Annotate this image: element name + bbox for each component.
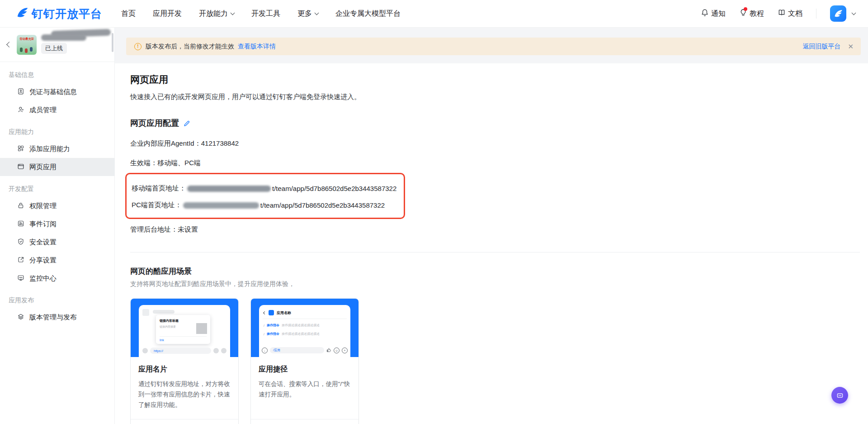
back-icon[interactable]	[6, 42, 12, 48]
mobile-homepage-url-tail: t/team/app/5d7b86502d5e2b3443587322	[272, 185, 396, 192]
avatar	[830, 5, 846, 22]
user-icon	[17, 106, 24, 114]
support-float-button[interactable]	[831, 387, 848, 404]
banner-wrap: ! 版本发布后，当前修改才能生效 查看版本详情 返回旧版平台 ✕	[115, 28, 868, 63]
nav-more[interactable]: 更多	[297, 9, 318, 19]
admin-url-row: 管理后台地址：未设置	[130, 225, 860, 234]
sidebar-item-security[interactable]: 安全设置	[0, 233, 114, 251]
back-icon	[263, 311, 266, 314]
admin-url-value: 未设置	[178, 225, 198, 233]
nav-home[interactable]: 首页	[121, 9, 136, 19]
rss-icon	[17, 220, 24, 229]
app-name-redacted	[41, 34, 86, 41]
agent-id-row: 企业内部应用AgentId：4121738842	[130, 139, 860, 148]
sidebar-item-event-subscription[interactable]: 事件订阅	[0, 215, 114, 233]
browser-icon	[17, 163, 24, 172]
sidebar-item-add-capability[interactable]: 添加应用能力	[0, 140, 114, 158]
sidebar-item-members[interactable]: 成员管理	[0, 101, 114, 119]
nav-app-dev[interactable]: 应用开发	[153, 9, 182, 19]
pc-homepage-url-tail: t/team/app/5d7b86502d5e2b3443587322	[260, 201, 385, 209]
dingtalk-logo[interactable]: 钉钉开放平台	[15, 6, 102, 21]
view-version-details-link[interactable]: 查看版本详情	[238, 43, 276, 51]
card-title: 应用名片	[138, 365, 231, 374]
plus-circle-icon: +	[342, 348, 348, 353]
close-icon[interactable]: ✕	[848, 43, 854, 51]
tutorial-button[interactable]: 教程	[739, 9, 764, 19]
warning-icon: !	[134, 43, 142, 50]
status-badge: 已上线	[41, 43, 67, 54]
dingtalk-service-icon	[835, 391, 844, 400]
bell-icon	[701, 9, 709, 19]
monitor-icon	[17, 274, 24, 283]
back-to-old-platform-link[interactable]: 返回旧版平台	[802, 43, 840, 51]
grid-plus-icon	[17, 145, 24, 153]
card-description: 通过钉钉转发应用地址，对方将收到一张带有应用信息的卡片，快速了解应用功能。	[138, 379, 231, 410]
sidebar-item-share-settings[interactable]: 分享设置	[0, 251, 114, 269]
topbar-actions: 通知 教程 文档	[701, 5, 855, 22]
thumb-up-icon	[326, 346, 331, 354]
cool-app-subtitle: 支持将网页地址配置到酷应用场景中，提升应用使用体验，	[130, 280, 860, 288]
emoji-icon: ☺	[334, 348, 340, 353]
cool-app-cards: 链接内容标题 链接内容摘要 link https://	[130, 298, 860, 424]
book-icon	[778, 9, 786, 19]
shield-check-icon	[17, 238, 24, 247]
app-icon: 劳动最光荣	[17, 35, 37, 55]
lock-icon	[17, 202, 24, 210]
sidebar-item-web-app[interactable]: 网页应用	[0, 158, 114, 176]
account-menu[interactable]	[830, 5, 855, 22]
thumbnail-placeholder	[196, 323, 207, 334]
url-redacted	[183, 202, 259, 209]
docs-button[interactable]: 文档	[778, 9, 802, 19]
page-subtitle: 快速接入已有的或开发网页应用，用户可以通过钉钉客户端免登录快速进入。	[130, 93, 860, 101]
card-app-business-card: 链接内容标题 链接内容摘要 link https://	[130, 298, 239, 424]
nav-enterprise-llm[interactable]: 企业专属大模型平台	[335, 9, 401, 19]
app-square-icon	[269, 310, 274, 315]
banner-message: 版本发布后，当前修改才能生效	[146, 43, 234, 51]
chevron-down-icon	[315, 10, 319, 15]
effective-clients-value: 移动端、PC端	[157, 159, 201, 167]
version-banner: ! 版本发布后，当前修改才能生效 查看版本详情 返回旧版平台 ✕	[126, 38, 861, 55]
url-redacted	[187, 186, 271, 192]
content-area: ! 版本发布后，当前修改才能生效 查看版本详情 返回旧版平台 ✕ 网页应用 快速…	[115, 28, 868, 424]
section-app-capability: 应用能力	[0, 119, 114, 140]
top-navbar: 钉钉开放平台 首页 应用开发 开放能力 开发工具 更多 企业专属大模型平台 通知	[0, 0, 868, 28]
card-illustration: 链接内容标题 链接内容摘要 link https://	[131, 299, 238, 357]
app-header: 劳动最光荣 已上线	[0, 28, 114, 62]
sidebar-item-version-release[interactable]: 版本管理与发布	[0, 308, 114, 326]
cool-app-title: 网页的酷应用场景	[130, 266, 860, 276]
web-app-config-title: 网页应用配置	[130, 118, 860, 129]
chevron-down-icon	[231, 10, 235, 15]
card-illustration: 应用名称 / 操作指令 操作描述描述描述描述描述 / 操作指令	[251, 299, 359, 357]
chevron-down-icon	[852, 10, 856, 15]
card-description: 可在会话、搜索等入口，使用"/"快速打开应用。	[259, 379, 351, 410]
section-app-release: 应用发布	[0, 287, 114, 308]
main-panel: 网页应用 快速接入已有的或开发网页应用，用户可以通过钉钉客户端免登录快速进入。 …	[115, 63, 868, 424]
notification-red-dot	[744, 7, 747, 11]
id-card-icon	[17, 88, 24, 96]
main-nav: 首页 应用开发 开放能力 开发工具 更多 企业专属大模型平台	[121, 9, 401, 19]
edit-pencil-icon[interactable]	[183, 120, 190, 127]
section-basic-info: 基础信息	[0, 62, 114, 83]
section-dev-config: 开发配置	[0, 176, 114, 197]
sidebar-item-monitor-center[interactable]: 监控中心	[0, 269, 114, 287]
page-title: 网页应用	[130, 73, 860, 86]
layers-icon	[17, 313, 24, 322]
app-icon-figures	[20, 48, 23, 52]
app-meta: 已上线	[41, 34, 109, 56]
sidebar-item-permissions[interactable]: 权限管理	[0, 197, 114, 215]
card-title: 应用捷径	[259, 365, 351, 374]
nav-open-capability[interactable]: 开放能力	[199, 9, 234, 19]
divider	[816, 9, 816, 19]
homepage-url-highlight-box: 移动端首页地址： t/team/app/5d7b86502d5e2b344358…	[125, 173, 405, 219]
effective-clients-row: 生效端：移动端、PC端	[130, 159, 860, 167]
voice-icon: ↓	[262, 348, 268, 353]
nav-dev-tools[interactable]: 开发工具	[251, 9, 280, 19]
share-icon	[17, 256, 24, 265]
section-divider	[130, 252, 860, 252]
dingtalk-wing-icon	[15, 6, 29, 21]
notification-button[interactable]: 通知	[701, 9, 726, 19]
sidebar-item-credentials[interactable]: 凭证与基础信息	[0, 83, 114, 101]
sidebar: 劳动最光荣 已上线 基础信息 凭证与基础信息 成员管理 应用能力	[0, 28, 115, 424]
pc-homepage-row: PC端首页地址： t/team/app/5d7b86502d5e2b344358…	[132, 201, 396, 210]
mobile-homepage-row: 移动端首页地址： t/team/app/5d7b86502d5e2b344358…	[132, 184, 396, 193]
